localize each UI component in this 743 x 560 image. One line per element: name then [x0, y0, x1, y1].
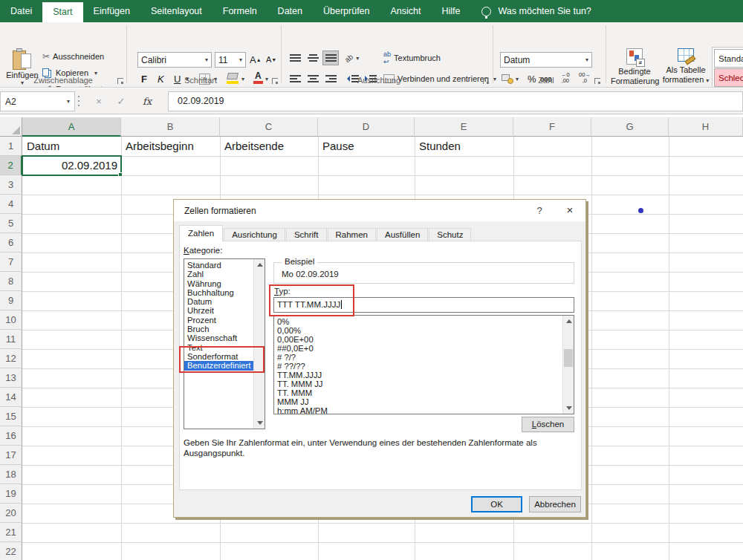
- ribbon-tab-überprüfen[interactable]: Überprüfen: [313, 0, 380, 22]
- dialog-tab-ausrichtung[interactable]: Ausrichtung: [224, 228, 285, 241]
- format-item[interactable]: ##0,0E+0: [274, 344, 562, 353]
- ok-button[interactable]: OK: [471, 496, 522, 512]
- ribbon-tab-einfügen[interactable]: Einfügen: [83, 0, 140, 22]
- selected-cell-a2[interactable]: 02.09.2019: [22, 155, 122, 176]
- cell-e1[interactable]: Stunden: [419, 137, 461, 156]
- format-scrollbar[interactable]: [562, 316, 574, 414]
- row-header-1[interactable]: 1: [0, 137, 22, 156]
- dialog-close-button[interactable]: ×: [563, 204, 577, 216]
- cell-b1[interactable]: Arbeitsbeginn: [126, 137, 194, 156]
- scroll-up-icon[interactable]: [566, 319, 572, 323]
- align-left-button[interactable]: [287, 71, 303, 86]
- category-item-datum[interactable]: Datum: [184, 297, 253, 306]
- row-header-6[interactable]: 6: [0, 233, 22, 253]
- cell-style-standard[interactable]: Standard: [714, 49, 743, 68]
- ribbon-tab-start[interactable]: Start: [42, 2, 82, 22]
- cell-a1[interactable]: Datum: [27, 137, 59, 156]
- format-item[interactable]: TT. MMM: [274, 388, 562, 397]
- font-dialog-launcher[interactable]: [272, 78, 278, 84]
- format-item[interactable]: 0,00E+00: [274, 335, 562, 344]
- cut-button[interactable]: ✂ Ausschneiden: [42, 49, 104, 64]
- dialog-help-button[interactable]: ?: [533, 205, 545, 216]
- column-header-e[interactable]: E: [415, 117, 513, 137]
- row-header-20[interactable]: 20: [0, 504, 22, 523]
- format-item[interactable]: 0%: [274, 317, 562, 326]
- align-top-button[interactable]: [287, 51, 303, 65]
- scrollbar-thumb[interactable]: [564, 349, 573, 367]
- format-item[interactable]: h:mm AM/PM: [274, 406, 562, 414]
- cell-style-schlecht[interactable]: Schlecht: [714, 68, 743, 87]
- formula-input[interactable]: 02.09.2019: [168, 91, 743, 111]
- ribbon-tab-ansicht[interactable]: Ansicht: [380, 0, 432, 22]
- category-item-bruch[interactable]: Bruch: [184, 325, 253, 333]
- select-all-corner[interactable]: [0, 117, 22, 137]
- category-listbox[interactable]: StandardZahlWährungBuchhaltungDatumUhrze…: [184, 258, 265, 429]
- merge-dropdown-icon[interactable]: ▾: [493, 76, 496, 82]
- scroll-down-icon[interactable]: [257, 421, 263, 425]
- row-header-15[interactable]: 15: [0, 407, 22, 426]
- ribbon-tab-formeln[interactable]: Formeln: [212, 0, 267, 22]
- column-header-c[interactable]: C: [220, 117, 318, 137]
- number-dialog-launcher[interactable]: [594, 78, 600, 84]
- scroll-up-icon[interactable]: [257, 263, 263, 267]
- column-header-g[interactable]: G: [591, 117, 669, 137]
- format-item[interactable]: TT.MM.JJJJ: [274, 371, 562, 380]
- ribbon-tab-daten[interactable]: Daten: [267, 0, 313, 22]
- cancel-entry-icon[interactable]: ×: [89, 91, 108, 111]
- category-item-wissenschaft[interactable]: Wissenschaft: [184, 333, 253, 342]
- row-header-21[interactable]: 21: [0, 523, 22, 542]
- row-header-5[interactable]: 5: [0, 214, 22, 233]
- dialog-tab-rahmen[interactable]: Rahmen: [328, 228, 376, 241]
- conditional-formatting-button[interactable]: ≠ Bedingte Formatierung ▾: [611, 48, 658, 88]
- row-header-19[interactable]: 19: [0, 484, 22, 504]
- cell-c1[interactable]: Arbeitsende: [224, 137, 284, 156]
- category-item-uhrzeit[interactable]: Uhrzeit: [184, 306, 253, 315]
- row-header-2[interactable]: 2: [0, 156, 22, 175]
- clipboard-dialog-launcher[interactable]: [117, 78, 123, 84]
- font-color-dropdown-icon[interactable]: ▾: [265, 76, 268, 82]
- fill-handle[interactable]: [118, 172, 123, 177]
- alignment-dialog-launcher[interactable]: [483, 78, 489, 84]
- format-item[interactable]: 0,00%: [274, 326, 562, 335]
- category-item-buchhaltung[interactable]: Buchhaltung: [184, 288, 253, 297]
- font-size-combo[interactable]: 11▾: [215, 52, 246, 68]
- bold-button[interactable]: F: [141, 71, 147, 86]
- font-color-icon[interactable]: A: [255, 71, 262, 81]
- tell-me-search[interactable]: Was möchten Sie tun?: [481, 0, 591, 22]
- ribbon-tab-hilfe[interactable]: Hilfe: [432, 0, 471, 22]
- column-header-h[interactable]: H: [669, 117, 743, 137]
- format-item[interactable]: # ??/??: [274, 362, 562, 371]
- wrap-text-button[interactable]: ab↩ Textumbruch: [383, 51, 441, 65]
- insert-function-icon[interactable]: fx: [137, 91, 157, 111]
- row-header-10[interactable]: 10: [0, 310, 22, 330]
- dialog-tab-schrift[interactable]: Schrift: [286, 228, 327, 241]
- row-header-14[interactable]: 14: [0, 388, 22, 407]
- shrink-font-button[interactable]: A▼: [266, 52, 276, 67]
- row-header-17[interactable]: 17: [0, 446, 22, 465]
- name-box-dropdown-icon[interactable]: ▾: [67, 98, 70, 105]
- row-header-11[interactable]: 11: [0, 330, 22, 349]
- number-format-combo[interactable]: Datum▾: [500, 52, 592, 68]
- align-bottom-button[interactable]: [322, 51, 339, 65]
- name-box[interactable]: A2 ▾: [0, 91, 75, 111]
- row-header-3[interactable]: 3: [0, 175, 22, 195]
- column-header-a[interactable]: A: [22, 117, 121, 137]
- dialog-tab-schutz[interactable]: Schutz: [429, 228, 471, 241]
- category-item-standard[interactable]: Standard: [184, 261, 253, 270]
- row-header-8[interactable]: 8: [0, 272, 22, 291]
- row-header-18[interactable]: 18: [0, 465, 22, 484]
- ribbon-tab-seitenlayout[interactable]: Seitenlayout: [140, 0, 212, 22]
- row-header-12[interactable]: 12: [0, 349, 22, 368]
- dialog-tab-ausfüllen[interactable]: Ausfüllen: [377, 228, 428, 241]
- align-middle-button[interactable]: [305, 51, 321, 65]
- row-header-7[interactable]: 7: [0, 253, 22, 272]
- column-header-d[interactable]: D: [318, 117, 415, 137]
- row-header-4[interactable]: 4: [0, 195, 22, 214]
- format-item[interactable]: # ?/?: [274, 353, 562, 362]
- tell-me-label[interactable]: Was möchten Sie tun?: [499, 6, 591, 16]
- category-item-prozent[interactable]: Prozent: [184, 316, 253, 325]
- row-header-13[interactable]: 13: [0, 368, 22, 388]
- format-as-table-button[interactable]: Als Tabelle formatieren ▾: [661, 48, 710, 85]
- row-header-22[interactable]: 22: [0, 542, 22, 560]
- category-scrollbar[interactable]: [253, 259, 265, 429]
